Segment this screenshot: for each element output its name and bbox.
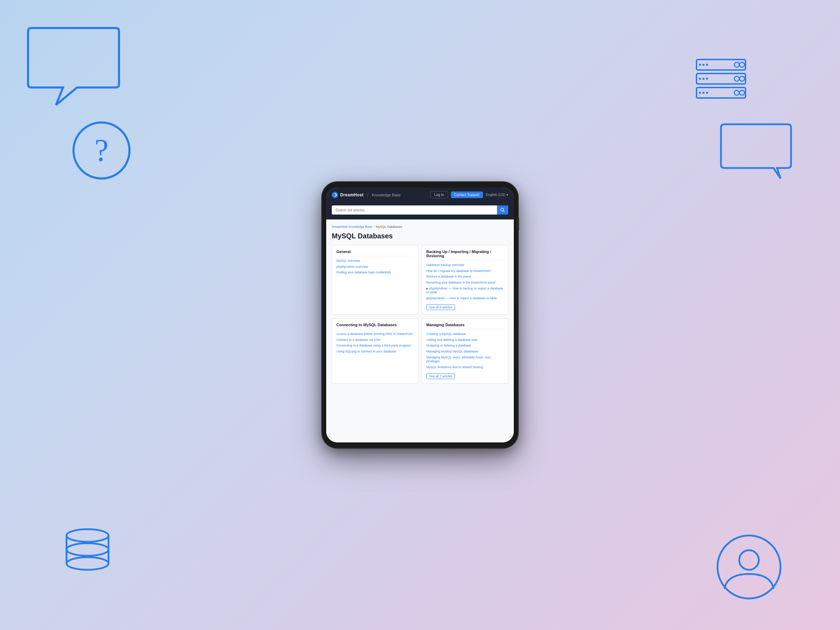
login-button[interactable]: Log In <box>431 191 448 199</box>
svg-rect-11 <box>696 74 745 84</box>
card-backing-up-link-3[interactable]: Renaming your database in the DreamHost … <box>426 281 504 285</box>
svg-point-25 <box>501 208 504 211</box>
card-managing-link-4[interactable]: Managing MySQL users, allowable hosts, a… <box>426 355 504 364</box>
card-managing-see-all[interactable]: See all 7 articles <box>426 373 455 379</box>
svg-point-12 <box>734 76 739 81</box>
logo-text: DreamHost <box>340 193 364 197</box>
search-input[interactable] <box>332 206 497 215</box>
svg-point-9 <box>703 64 704 66</box>
nav-left: DreamHost | Knowledge Base <box>332 192 401 198</box>
card-general-title: General <box>336 249 414 256</box>
svg-point-3 <box>66 543 109 556</box>
card-backing-up-link-2[interactable]: Restore a database in the panel <box>426 275 504 279</box>
card-managing-title: Managing Databases <box>426 323 504 329</box>
svg-rect-17 <box>696 87 745 98</box>
svg-line-26 <box>503 211 504 212</box>
cards-grid: GeneralMySQL overviewphpMyAdmin overview… <box>332 245 508 384</box>
svg-point-13 <box>739 76 744 81</box>
card-backing-up-link-1[interactable]: How do I migrate my database to DreamHos… <box>426 269 504 273</box>
svg-point-19 <box>739 90 744 95</box>
card-connecting-link-2[interactable]: Connecting to a database using a third-p… <box>336 344 414 348</box>
svg-point-16 <box>706 78 708 80</box>
tablet-screen: DreamHost | Knowledge Base Log In Contac… <box>326 188 514 442</box>
svg-point-2 <box>66 529 109 542</box>
card-managing-link-2[interactable]: Dropping or deleting a database <box>426 344 504 348</box>
card-managing: Managing DatabasesCreating a MySQL datab… <box>422 318 508 384</box>
card-backing-up-title: Backing Up / Importing / Migrating / Res… <box>426 249 504 261</box>
database-stack-icon <box>60 525 115 574</box>
card-general-link-1[interactable]: phpMyAdmin overview <box>336 265 414 269</box>
svg-point-14 <box>699 78 701 80</box>
contact-support-button[interactable]: Contact Support <box>451 191 483 198</box>
card-backing-up-link-0[interactable]: Database backup overview <box>426 263 504 267</box>
chevron-down-icon: ▾ <box>507 193 508 197</box>
search-bar <box>332 205 508 215</box>
svg-point-22 <box>706 92 708 94</box>
search-icon <box>501 208 505 212</box>
nav-bar: DreamHost | Knowledge Base Log In Contac… <box>326 188 514 202</box>
nav-kb-label: Knowledge Base <box>372 193 401 197</box>
dreamhost-logo: DreamHost <box>332 192 364 198</box>
page-title: MySQL Databases <box>332 232 508 240</box>
svg-point-20 <box>699 92 701 94</box>
breadcrumb-separator: / <box>374 225 375 229</box>
svg-point-4 <box>66 557 109 570</box>
svg-point-15 <box>703 78 704 80</box>
card-backing-up-link-5[interactable]: phpMyAdmin — How to import a database or… <box>426 297 504 301</box>
svg-point-21 <box>703 92 704 94</box>
card-backing-up: Backing Up / Importing / Migrating / Res… <box>422 245 508 315</box>
card-managing-link-3[interactable]: Managing existing MySQL databases <box>426 350 504 354</box>
card-connecting-title: Connecting to MySQL Databases <box>336 323 414 329</box>
card-connecting-link-0[interactable]: Access a database before pointing DNS to… <box>336 332 414 336</box>
nav-right: Log In Contact Support English (US) ▾ <box>431 191 508 199</box>
svg-point-18 <box>734 90 739 95</box>
card-general: GeneralMySQL overviewphpMyAdmin overview… <box>332 245 418 315</box>
breadcrumb: DreamHost Knowledge Base / MySQL Databas… <box>332 225 508 229</box>
question-mark-icon: ? <box>70 119 133 182</box>
server-rack-icon <box>693 56 749 101</box>
card-backing-up-link-4[interactable]: phpMyAdmin — How to backup or export a d… <box>426 287 504 295</box>
speech-bubble-right-icon <box>717 119 794 182</box>
user-avatar-icon <box>714 532 784 602</box>
search-button[interactable] <box>497 205 508 215</box>
speech-bubble-top-left-icon <box>21 21 126 112</box>
breadcrumb-current: MySQL Databases <box>376 225 402 229</box>
card-managing-link-5[interactable]: MySQL limitations due to shared hosting <box>426 365 504 369</box>
breadcrumb-home[interactable]: DreamHost Knowledge Base <box>332 225 373 229</box>
card-managing-link-1[interactable]: Adding and deleting a database user <box>426 338 504 342</box>
tablet-frame: DreamHost | Knowledge Base Log In Contac… <box>322 182 518 448</box>
svg-point-0 <box>74 123 129 178</box>
card-connecting-link-3[interactable]: Using SQLyog to connect to your database <box>336 350 414 354</box>
svg-point-7 <box>739 62 744 67</box>
language-selector[interactable]: English (US) ▾ <box>486 193 508 197</box>
svg-text:?: ? <box>95 133 109 167</box>
svg-point-23 <box>717 535 780 598</box>
logo-icon <box>332 192 338 198</box>
card-connecting: Connecting to MySQL DatabasesAccess a da… <box>332 318 418 384</box>
content-area: DreamHost Knowledge Base / MySQL Databas… <box>326 219 514 442</box>
svg-point-24 <box>739 550 759 570</box>
svg-point-6 <box>734 62 739 67</box>
card-general-link-0[interactable]: MySQL overview <box>336 259 414 263</box>
card-backing-up-see-all[interactable]: See all 8 articles <box>426 305 455 310</box>
svg-point-10 <box>706 64 708 66</box>
card-general-link-2[interactable]: Finding your database login credentials <box>336 270 414 275</box>
logo-crescent-icon <box>333 193 337 197</box>
tablet-device: DreamHost | Knowledge Base Log In Contac… <box>322 182 518 448</box>
search-section <box>326 202 514 219</box>
svg-point-8 <box>699 64 701 66</box>
card-managing-link-0[interactable]: Creating a MySQL database <box>426 332 504 336</box>
card-connecting-link-1[interactable]: Connect to a database via SSH <box>336 338 414 342</box>
lang-label: English (US) <box>486 193 505 197</box>
nav-divider: | <box>367 192 369 198</box>
svg-rect-5 <box>696 60 745 70</box>
